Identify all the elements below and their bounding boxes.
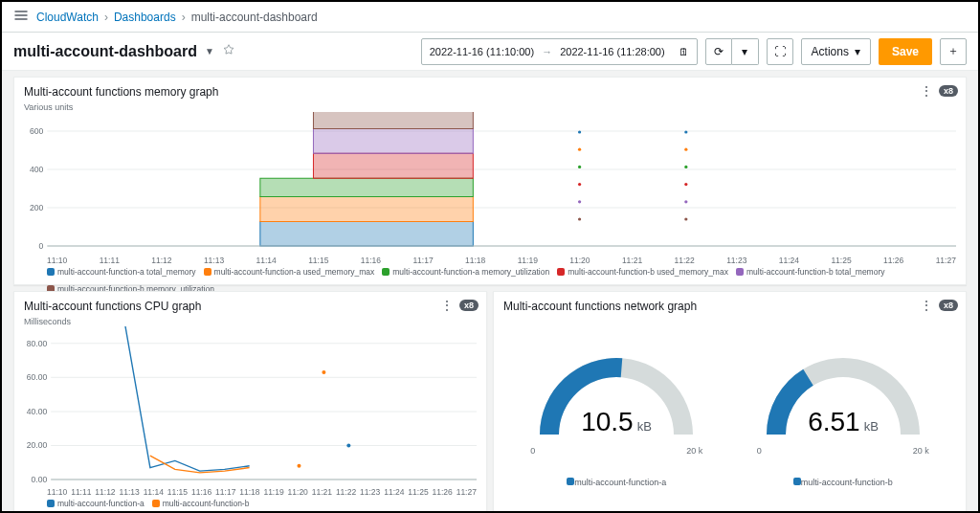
time-range-picker[interactable]: 2022-11-16 (11:10:00) → 2022-11-16 (11:2… [421,38,698,65]
legend: multi-account-function-a total_memorymul… [24,267,956,294]
legend: multi-account-function-amulti-account-fu… [503,478,956,487]
svg-text:600: 600 [30,126,44,136]
svg-point-11 [578,183,581,186]
panel-menu-icon[interactable]: ⋮ [440,298,454,313]
panel-network: ⋮ x8 Multi-account functions network gra… [493,291,967,513]
svg-point-8 [578,130,581,133]
panel-menu-icon[interactable]: ⋮ [920,83,933,99]
page-title: multi-account-dashboard [13,43,197,60]
panel-menu-icon[interactable]: ⋮ [920,298,933,313]
y-axis-label: Various units [24,102,956,112]
refresh-icon: ⟳ [714,45,724,58]
svg-point-18 [684,200,687,203]
svg-point-13 [578,217,581,220]
y-axis-label: Milliseconds [24,317,477,326]
actions-button[interactable]: Actions ▾ [801,38,871,65]
svg-point-14 [684,130,687,133]
panel-title: Multi-account functions network graph [503,300,956,313]
plus-icon: ＋ [947,43,959,59]
svg-point-10 [578,166,581,168]
legend-item[interactable]: multi-account-function-b total_memory [736,267,885,277]
breadcrumb-root[interactable]: CloudWatch [36,11,99,24]
save-button[interactable]: Save [879,38,932,65]
legend-item[interactable]: multi-account-function-b [152,499,250,508]
svg-text:0: 0 [38,241,43,251]
caret-down-icon: ▾ [742,45,747,58]
svg-text:200: 200 [30,203,44,212]
time-range-to: 2022-11-16 (11:28:00) [560,46,664,57]
title-caret-icon[interactable]: ▼ [205,46,214,56]
calendar-icon: 🗓 [679,46,689,57]
svg-point-17 [684,183,687,186]
breadcrumb-dashboards[interactable]: Dashboards [114,11,176,24]
refresh-interval-button[interactable]: ▾ [732,38,759,65]
panel-badge: x8 [939,300,958,311]
legend-item[interactable]: multi-account-function-a used_memory_max [204,267,375,277]
svg-point-16 [684,166,687,168]
svg-text:60.00: 60.00 [27,372,48,382]
svg-point-19 [684,217,687,220]
svg-point-33 [322,370,325,374]
breadcrumb-current: multi-account-dashboard [191,11,318,24]
svg-text:80.00: 80.00 [27,339,48,348]
time-range-from: 2022-11-16 (11:10:00) [430,46,534,57]
fullscreen-icon: ⛶ [774,45,786,58]
legend: multi-account-function-amulti-account-fu… [24,499,477,508]
svg-point-9 [578,148,581,151]
gauges: 10.5kB 020 k 6.51kB 020 k [503,313,956,476]
panel-title: Multi-account functions memory graph [24,85,956,99]
svg-point-31 [346,443,350,447]
breadcrumb: CloudWatch › Dashboards › multi-account-… [36,11,318,24]
legend-item[interactable]: multi-account-function-a memory_utilizat… [382,267,549,277]
legend-item[interactable]: multi-account-function-a [47,499,145,508]
svg-point-15 [684,148,687,151]
actions-label: Actions [812,45,849,58]
panel-memory: ⋮ x8 Multi-account functions memory grap… [13,77,967,285]
chevron-right-icon: › [104,11,108,24]
legend-item[interactable]: multi-account-function-a [567,478,666,487]
legend-item[interactable]: multi-account-function-b used_memory_max [557,267,728,277]
favorite-star-icon[interactable] [222,43,235,59]
svg-text:10.5kB: 10.5kB [581,407,652,436]
x-axis: 11:1011:1111:1211:1311:1411:1511:1611:17… [24,254,956,265]
fullscreen-button[interactable]: ⛶ [767,38,793,65]
panel-badge: x8 [459,300,479,311]
svg-text:20.00: 20.00 [27,440,48,450]
svg-point-12 [578,200,581,203]
chevron-right-icon: › [182,11,186,24]
caret-down-icon: ▾ [855,45,860,58]
legend-item[interactable]: multi-account-function-a total_memory [47,267,196,277]
svg-text:40.00: 40.00 [27,407,48,416]
legend-item[interactable]: multi-account-function-b [793,478,893,487]
svg-point-32 [297,464,301,468]
x-axis: 11:1011:1111:1211:1311:1411:1511:1611:17… [24,485,477,497]
hamburger-icon[interactable] [13,8,29,26]
cpu-chart: 0.0020.0040.0060.0080.00 [24,326,477,485]
panel-title: Multi-account functions CPU graph [24,300,477,313]
gauge-b: 6.51kB 020 k [747,334,939,456]
refresh-button[interactable]: ⟳ [705,38,732,65]
add-widget-button[interactable]: ＋ [940,38,967,65]
gauge-a: 10.5kB 020 k [521,334,712,456]
svg-text:6.51kB: 6.51kB [808,407,879,436]
arrow-right-icon: → [542,46,552,57]
svg-text:400: 400 [30,165,44,174]
svg-text:0.00: 0.00 [32,475,48,484]
panel-cpu: ⋮ x8 Multi-account functions CPU graph M… [13,291,487,513]
memory-chart: 0200400600 [24,112,956,254]
panel-badge: x8 [939,85,958,97]
